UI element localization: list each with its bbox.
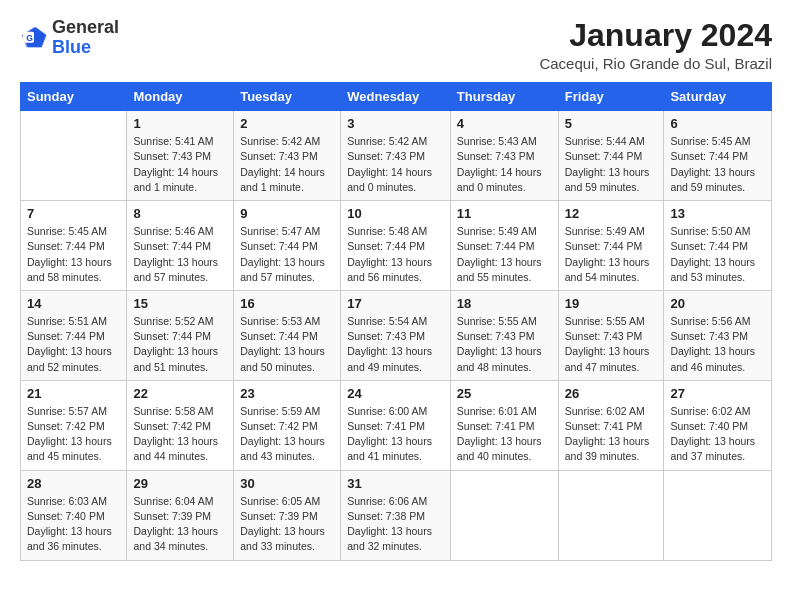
day-number: 27 [670,386,765,401]
day-number: 31 [347,476,444,491]
calendar-cell [21,111,127,201]
day-number: 16 [240,296,334,311]
calendar-cell: 25Sunrise: 6:01 AM Sunset: 7:41 PM Dayli… [450,380,558,470]
day-info: Sunrise: 5:58 AM Sunset: 7:42 PM Dayligh… [133,404,227,465]
day-info: Sunrise: 5:46 AM Sunset: 7:44 PM Dayligh… [133,224,227,285]
calendar-cell [664,470,772,560]
day-info: Sunrise: 5:51 AM Sunset: 7:44 PM Dayligh… [27,314,120,375]
day-info: Sunrise: 5:54 AM Sunset: 7:43 PM Dayligh… [347,314,444,375]
day-info: Sunrise: 5:59 AM Sunset: 7:42 PM Dayligh… [240,404,334,465]
week-row-5: 28Sunrise: 6:03 AM Sunset: 7:40 PM Dayli… [21,470,772,560]
header-cell-wednesday: Wednesday [341,83,451,111]
day-info: Sunrise: 5:44 AM Sunset: 7:44 PM Dayligh… [565,134,658,195]
day-number: 29 [133,476,227,491]
calendar-cell: 28Sunrise: 6:03 AM Sunset: 7:40 PM Dayli… [21,470,127,560]
svg-text:G: G [26,33,33,43]
calendar-cell: 1Sunrise: 5:41 AM Sunset: 7:43 PM Daylig… [127,111,234,201]
calendar-cell: 16Sunrise: 5:53 AM Sunset: 7:44 PM Dayli… [234,290,341,380]
day-info: Sunrise: 6:01 AM Sunset: 7:41 PM Dayligh… [457,404,552,465]
day-info: Sunrise: 5:42 AM Sunset: 7:43 PM Dayligh… [347,134,444,195]
calendar-cell: 12Sunrise: 5:49 AM Sunset: 7:44 PM Dayli… [558,201,664,291]
calendar-cell: 23Sunrise: 5:59 AM Sunset: 7:42 PM Dayli… [234,380,341,470]
logo: G General Blue [20,18,119,58]
day-number: 30 [240,476,334,491]
calendar-cell: 5Sunrise: 5:44 AM Sunset: 7:44 PM Daylig… [558,111,664,201]
day-number: 6 [670,116,765,131]
day-number: 18 [457,296,552,311]
day-number: 25 [457,386,552,401]
day-number: 23 [240,386,334,401]
day-number: 10 [347,206,444,221]
day-number: 19 [565,296,658,311]
calendar-cell: 24Sunrise: 6:00 AM Sunset: 7:41 PM Dayli… [341,380,451,470]
day-number: 3 [347,116,444,131]
week-row-4: 21Sunrise: 5:57 AM Sunset: 7:42 PM Dayli… [21,380,772,470]
calendar-cell: 21Sunrise: 5:57 AM Sunset: 7:42 PM Dayli… [21,380,127,470]
calendar-cell: 22Sunrise: 5:58 AM Sunset: 7:42 PM Dayli… [127,380,234,470]
day-info: Sunrise: 5:41 AM Sunset: 7:43 PM Dayligh… [133,134,227,195]
day-number: 26 [565,386,658,401]
calendar-cell: 30Sunrise: 6:05 AM Sunset: 7:39 PM Dayli… [234,470,341,560]
calendar-cell: 29Sunrise: 6:04 AM Sunset: 7:39 PM Dayli… [127,470,234,560]
day-info: Sunrise: 5:47 AM Sunset: 7:44 PM Dayligh… [240,224,334,285]
calendar-cell: 11Sunrise: 5:49 AM Sunset: 7:44 PM Dayli… [450,201,558,291]
calendar-cell: 14Sunrise: 5:51 AM Sunset: 7:44 PM Dayli… [21,290,127,380]
day-info: Sunrise: 6:05 AM Sunset: 7:39 PM Dayligh… [240,494,334,555]
calendar-cell: 8Sunrise: 5:46 AM Sunset: 7:44 PM Daylig… [127,201,234,291]
day-info: Sunrise: 5:49 AM Sunset: 7:44 PM Dayligh… [457,224,552,285]
header: G General Blue January 2024 Cacequi, Rio… [20,18,772,72]
day-number: 17 [347,296,444,311]
calendar-table: SundayMondayTuesdayWednesdayThursdayFrid… [20,82,772,560]
calendar-cell: 3Sunrise: 5:42 AM Sunset: 7:43 PM Daylig… [341,111,451,201]
logo-text: General Blue [52,18,119,58]
day-info: Sunrise: 5:45 AM Sunset: 7:44 PM Dayligh… [27,224,120,285]
calendar-cell: 26Sunrise: 6:02 AM Sunset: 7:41 PM Dayli… [558,380,664,470]
location: Cacequi, Rio Grande do Sul, Brazil [539,55,772,72]
header-cell-sunday: Sunday [21,83,127,111]
calendar-cell: 10Sunrise: 5:48 AM Sunset: 7:44 PM Dayli… [341,201,451,291]
calendar-cell: 17Sunrise: 5:54 AM Sunset: 7:43 PM Dayli… [341,290,451,380]
header-cell-saturday: Saturday [664,83,772,111]
header-cell-tuesday: Tuesday [234,83,341,111]
calendar-cell: 4Sunrise: 5:43 AM Sunset: 7:43 PM Daylig… [450,111,558,201]
header-cell-thursday: Thursday [450,83,558,111]
day-info: Sunrise: 6:00 AM Sunset: 7:41 PM Dayligh… [347,404,444,465]
day-info: Sunrise: 5:43 AM Sunset: 7:43 PM Dayligh… [457,134,552,195]
day-number: 5 [565,116,658,131]
header-cell-monday: Monday [127,83,234,111]
day-info: Sunrise: 6:02 AM Sunset: 7:40 PM Dayligh… [670,404,765,465]
calendar-cell [450,470,558,560]
day-number: 13 [670,206,765,221]
calendar-cell: 13Sunrise: 5:50 AM Sunset: 7:44 PM Dayli… [664,201,772,291]
day-number: 22 [133,386,227,401]
day-info: Sunrise: 5:45 AM Sunset: 7:44 PM Dayligh… [670,134,765,195]
day-info: Sunrise: 5:42 AM Sunset: 7:43 PM Dayligh… [240,134,334,195]
calendar-cell [558,470,664,560]
week-row-3: 14Sunrise: 5:51 AM Sunset: 7:44 PM Dayli… [21,290,772,380]
calendar-header: SundayMondayTuesdayWednesdayThursdayFrid… [21,83,772,111]
day-number: 1 [133,116,227,131]
week-row-1: 1Sunrise: 5:41 AM Sunset: 7:43 PM Daylig… [21,111,772,201]
day-info: Sunrise: 6:03 AM Sunset: 7:40 PM Dayligh… [27,494,120,555]
day-number: 15 [133,296,227,311]
day-info: Sunrise: 5:57 AM Sunset: 7:42 PM Dayligh… [27,404,120,465]
header-cell-friday: Friday [558,83,664,111]
day-info: Sunrise: 5:50 AM Sunset: 7:44 PM Dayligh… [670,224,765,285]
calendar-cell: 19Sunrise: 5:55 AM Sunset: 7:43 PM Dayli… [558,290,664,380]
day-number: 4 [457,116,552,131]
calendar-cell: 31Sunrise: 6:06 AM Sunset: 7:38 PM Dayli… [341,470,451,560]
day-number: 21 [27,386,120,401]
day-number: 2 [240,116,334,131]
day-info: Sunrise: 5:48 AM Sunset: 7:44 PM Dayligh… [347,224,444,285]
day-number: 9 [240,206,334,221]
calendar-cell: 2Sunrise: 5:42 AM Sunset: 7:43 PM Daylig… [234,111,341,201]
day-number: 20 [670,296,765,311]
day-number: 12 [565,206,658,221]
title-block: January 2024 Cacequi, Rio Grande do Sul,… [539,18,772,72]
calendar-cell: 7Sunrise: 5:45 AM Sunset: 7:44 PM Daylig… [21,201,127,291]
calendar-cell: 9Sunrise: 5:47 AM Sunset: 7:44 PM Daylig… [234,201,341,291]
day-number: 8 [133,206,227,221]
calendar-body: 1Sunrise: 5:41 AM Sunset: 7:43 PM Daylig… [21,111,772,560]
calendar-cell: 6Sunrise: 5:45 AM Sunset: 7:44 PM Daylig… [664,111,772,201]
day-info: Sunrise: 5:55 AM Sunset: 7:43 PM Dayligh… [565,314,658,375]
